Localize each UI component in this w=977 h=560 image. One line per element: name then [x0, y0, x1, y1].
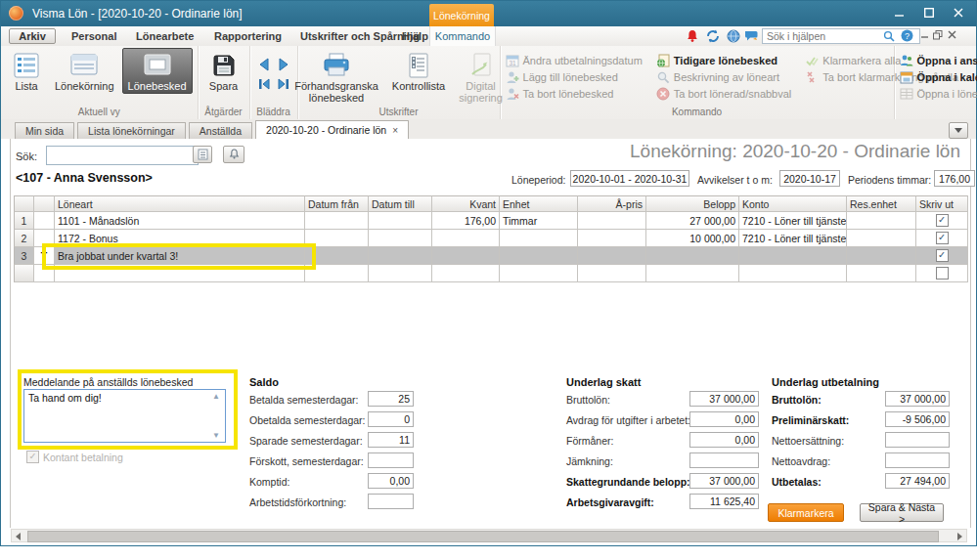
tab-ordinarie-lon-active[interactable]: 2020-10-20 - Ordinarie lön ×: [255, 120, 409, 139]
col-datum-till[interactable]: Datum till: [369, 195, 432, 212]
col-apris[interactable]: Å-pris: [578, 195, 646, 212]
col-kvant[interactable]: Kvant: [432, 195, 500, 212]
help-search-magnifier-icon[interactable]: [883, 30, 895, 42]
periodens-timmar-label: Periodens timmar:: [848, 174, 931, 186]
col-resenhet[interactable]: Res.enhet: [847, 195, 916, 212]
tab-lista-lonekorningar[interactable]: Lista lönekörningar: [77, 122, 186, 139]
globe-icon[interactable]: [727, 29, 740, 43]
message-textarea[interactable]: Ta hand om dig!: [23, 389, 226, 443]
menu-personal[interactable]: Personal: [71, 30, 116, 42]
col-konto[interactable]: Konto: [739, 195, 847, 212]
spara-button[interactable]: Spara: [203, 48, 244, 94]
mdi-minimize-icon[interactable]: [918, 30, 930, 41]
lonebesked-label: Lönebesked: [128, 80, 187, 92]
menu-kommando-active-tab[interactable]: Kommando: [429, 26, 496, 46]
tab-anstallda[interactable]: Anställda: [189, 122, 252, 139]
utbetalning-value: 27 494,00: [885, 473, 950, 489]
reminder-bell-button[interactable]: [223, 146, 244, 163]
magnifier-icon: [656, 70, 670, 84]
andra-utbetalningsdatum-item: 31 Ändra utbetalningsdatum: [506, 53, 643, 67]
first-record-icon[interactable]: [255, 75, 273, 93]
minimize-icon[interactable]: [890, 5, 910, 21]
scroll-up-icon[interactable]: ▲: [212, 392, 220, 401]
tab-min-sida[interactable]: Min sida: [15, 122, 74, 139]
oppna-kalendariet-item[interactable]: Öppna i kalendariet: [900, 69, 977, 84]
lagg-till-lonebesked-item: Lägg till lönebesked: [506, 69, 643, 84]
skatt-value: 0,00: [689, 411, 759, 427]
menu-arkiv[interactable]: Arkiv: [9, 28, 56, 44]
group-label-atgarder: Åtgärder: [203, 107, 244, 119]
skriv-ut-checkbox[interactable]: [936, 267, 949, 280]
scrollbar-thumb[interactable]: [27, 531, 939, 542]
scroll-right-icon[interactable]: [957, 533, 962, 540]
lonekorning-label: Lönekörning: [55, 80, 114, 92]
group-label-utskrifter: Utskrifter: [303, 107, 495, 119]
menu-hjalp[interactable]: Hjälp: [402, 30, 428, 42]
group-label-aktuell-vy: Aktuell vy: [6, 107, 193, 119]
col-skriv-ut[interactable]: Skriv ut: [916, 195, 968, 212]
table-row-4-empty[interactable]: [14, 265, 968, 282]
utbetalning-value: [885, 432, 950, 448]
skriv-ut-checkbox[interactable]: ✓: [936, 249, 949, 262]
saldo-value: [368, 452, 414, 468]
employee-name: <107 - Anna Svensson>: [16, 171, 153, 185]
tidigare-lonebesked-item[interactable]: Tidigare lönebesked: [656, 53, 791, 67]
skriv-ut-checkbox[interactable]: ✓: [936, 214, 949, 227]
col-enhet[interactable]: Enhet: [500, 195, 578, 212]
person-remove-icon: [506, 87, 519, 101]
saldo-title: Saldo: [249, 376, 279, 388]
skriv-ut-checkbox[interactable]: ✓: [936, 232, 949, 244]
underlag-utbetalning-title: Underlag utbetalning: [772, 376, 879, 388]
lonebesked-view-button-selected[interactable]: Lönebesked: [122, 48, 193, 94]
col-datum-fran[interactable]: Datum från: [305, 195, 369, 212]
kontrollista-button[interactable]: Kontrollista: [386, 48, 451, 94]
avvikelser-label: Avvikelser t o m:: [697, 174, 773, 186]
menu-lonearbete[interactable]: Lönearbete: [136, 30, 194, 42]
maximize-icon[interactable]: [919, 5, 939, 21]
tab-list-dropdown-button[interactable]: [949, 122, 968, 139]
skatt-value: 0,00: [689, 432, 759, 448]
refresh-icon[interactable]: [706, 29, 720, 43]
spara-nasta-button[interactable]: Spara & Nästa >: [860, 503, 944, 522]
mdi-close-icon[interactable]: [946, 30, 957, 41]
ribbon: Lista Lönekörning Lönebesked Aktuell vy: [1, 46, 976, 120]
ta-bort-lonebesked-item: Ta bort lönebesked: [506, 86, 643, 101]
tab-close-icon[interactable]: ×: [392, 125, 398, 136]
kontant-checkbox: ✓: [26, 451, 39, 463]
ribbon-group-kommando: 31 Ändra utbetalningsdatum Lägg till lön…: [501, 46, 895, 119]
lonekorning-view-button[interactable]: Lönekörning: [49, 48, 120, 94]
search-input[interactable]: [46, 146, 199, 165]
table-row-1[interactable]: 1 1101 - Månadslön 176,00 Timmar 27 000,…: [14, 212, 968, 230]
mdi-restore-icon[interactable]: [932, 30, 944, 42]
search-list-button[interactable]: [193, 146, 212, 163]
help-icon[interactable]: ?: [901, 29, 914, 43]
close-icon[interactable]: [949, 5, 968, 21]
table-row-3-selected[interactable]: 3 T Bra jobbat under kvartal 3! ✓: [14, 247, 968, 265]
scroll-down-icon[interactable]: ▼: [212, 431, 220, 440]
periodens-timmar-value: 176,00: [934, 170, 975, 187]
scroll-left-icon[interactable]: [16, 533, 21, 540]
saldo-value: 0,00: [368, 473, 414, 489]
table-row-2[interactable]: 2 1172 - Bonus 10 000,00 7210 - Löner ti…: [14, 230, 968, 247]
horizontal-scrollbar[interactable]: [11, 529, 967, 542]
previous-record-icon[interactable]: [255, 56, 273, 73]
oppna-anstallningsregistret-item[interactable]: Öppna i anställningsregistret: [900, 53, 977, 67]
saldo-value: [368, 494, 414, 509]
notification-bell-icon[interactable]: [686, 29, 699, 43]
forhandsgranska-lonebesked-button[interactable]: Förhandsgranska lönebesked: [289, 48, 384, 106]
klarmarkera-button[interactable]: Klarmarkera: [768, 503, 844, 522]
col-belopp[interactable]: Belopp: [646, 195, 739, 212]
menubar: Arkiv Personal Lönearbete Rapportering U…: [1, 26, 976, 47]
lista-label: Lista: [15, 80, 37, 92]
person-add-icon: [506, 70, 519, 84]
col-loneart[interactable]: Löneart: [55, 195, 305, 212]
skatt-value: 37 000,00: [689, 391, 759, 407]
help-search-input[interactable]: [762, 28, 920, 44]
double-check-icon: [805, 54, 819, 67]
lista-button[interactable]: Lista: [6, 48, 47, 94]
checklist-document-icon: [404, 52, 433, 79]
page-title: Lönekörning: 2020-10-20 - Ordinarie lön: [630, 141, 960, 162]
menu-rapportering[interactable]: Rapportering: [214, 30, 282, 42]
feedback-chat-icon[interactable]: [744, 29, 758, 43]
ribbon-group-utskrifter: Förhandsgranska lönebesked Kontrollista …: [298, 46, 501, 119]
